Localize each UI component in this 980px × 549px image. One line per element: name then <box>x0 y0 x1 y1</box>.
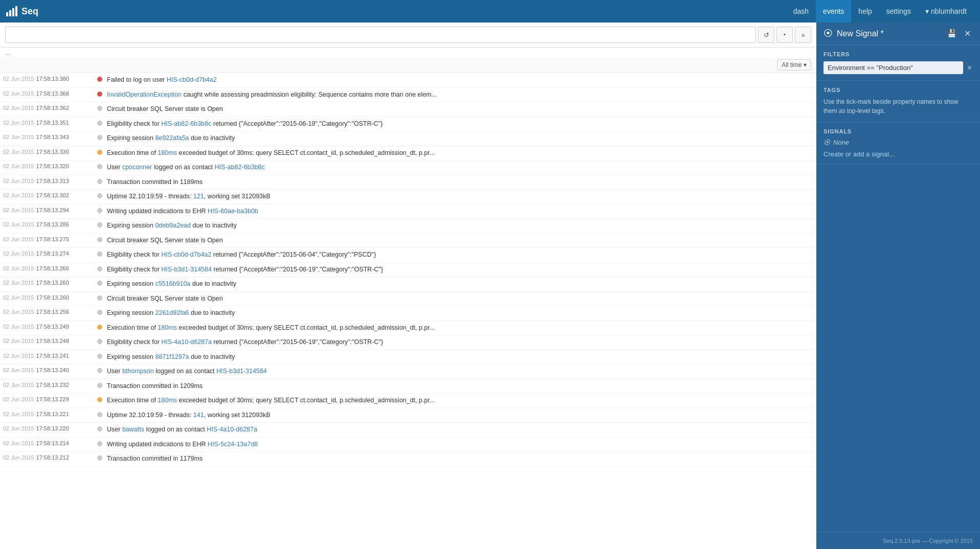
event-row[interactable]: 02 Jun 201517:58:13.313Transaction commi… <box>0 175 816 190</box>
main-layout: ↺ · » ... All time ▾ 02 Jun 201517:58:13… <box>0 22 980 549</box>
event-row[interactable]: 02 Jun 201517:58:13.229Execution time of… <box>0 394 816 408</box>
event-time: 02 Jun 201517:58:13.274 <box>0 249 95 258</box>
event-row[interactable]: 02 Jun 201517:58:13.274Eligibility check… <box>0 248 816 263</box>
event-message: Execution time of 180ms exceeded budget … <box>105 395 816 406</box>
event-row[interactable]: 02 Jun 201517:58:13.240User bthompson lo… <box>0 364 816 379</box>
event-time: 02 Jun 201517:58:13.313 <box>0 177 95 185</box>
event-message: Circuit breaker SQL Server state is Open <box>105 104 816 115</box>
events-panel: ↺ · » ... All time ▾ 02 Jun 201517:58:13… <box>0 22 816 549</box>
filter-input[interactable] <box>823 61 963 74</box>
filter-row: × <box>823 61 973 74</box>
nav-events[interactable]: events <box>816 0 851 22</box>
event-row[interactable]: 02 Jun 201517:58:13.320User cpoconner lo… <box>0 161 816 175</box>
event-message: InvalidOperationException caught while a… <box>105 89 816 101</box>
event-level-indicator <box>95 206 105 213</box>
event-time: 02 Jun 201517:58:13.275 <box>0 235 95 243</box>
event-message: Writing updated indications to EHR HIS-6… <box>105 206 816 217</box>
event-row[interactable]: 02 Jun 201517:58:13.256Expiring session … <box>0 306 816 321</box>
event-row[interactable]: 02 Jun 201517:58:13.368InvalidOperationE… <box>0 88 816 103</box>
event-message: Eligibility check for HIS-ab82-6b3b8c re… <box>105 119 816 130</box>
event-row[interactable]: 02 Jun 201517:58:13.275Circuit breaker S… <box>0 234 816 248</box>
event-time: 02 Jun 201517:58:13.330 <box>0 148 95 156</box>
event-level-indicator <box>95 366 105 373</box>
panel-title: New Signal * <box>837 29 941 38</box>
refresh-button[interactable]: ↺ <box>758 27 774 43</box>
event-row[interactable]: 02 Jun 201517:58:13.266Eligibility check… <box>0 263 816 278</box>
save-signal-button[interactable]: 💾 <box>945 28 959 39</box>
create-signal-link[interactable]: Create or add a signal... <box>823 150 895 158</box>
event-level-indicator <box>95 410 105 417</box>
event-message: Uptime 32.10:19:59 - threads: 141, worki… <box>105 410 816 421</box>
event-row[interactable]: 02 Jun 201517:58:13.220User bawatts logg… <box>0 423 816 438</box>
event-row[interactable]: 02 Jun 201517:58:13.351Eligibility check… <box>0 117 816 132</box>
event-level-indicator <box>95 235 105 242</box>
event-time: 02 Jun 201517:58:13.249 <box>0 323 95 331</box>
nav-dash[interactable]: dash <box>786 0 816 22</box>
search-bar: ↺ · » <box>0 22 816 48</box>
event-row[interactable]: 02 Jun 201517:58:13.212Transaction commi… <box>0 452 816 467</box>
event-row[interactable]: 02 Jun 201517:58:13.330Execution time of… <box>0 146 816 161</box>
event-row[interactable]: 02 Jun 201517:58:13.221Uptime 32.10:19:5… <box>0 408 816 423</box>
event-message: Expiring session 8871f1297a due to inact… <box>105 352 816 363</box>
event-level-indicator <box>95 381 105 388</box>
nav-help[interactable]: help <box>851 0 879 22</box>
search-input[interactable] <box>5 27 756 43</box>
event-row[interactable]: 02 Jun 201517:58:13.248Eligibility check… <box>0 335 816 350</box>
event-level-indicator <box>95 104 105 111</box>
event-time: 02 Jun 201517:58:13.256 <box>0 308 95 316</box>
user-menu[interactable]: ▾ nblumhardt <box>918 7 974 15</box>
event-time: 02 Jun 201517:58:13.232 <box>0 381 95 389</box>
event-message: User bawatts logged on as contact HIS-4a… <box>105 424 816 436</box>
search-dropdown-button[interactable]: · <box>776 27 793 43</box>
event-level-indicator <box>95 249 105 257</box>
event-row[interactable]: 02 Jun 201517:58:13.302Uptime 32.10:19:5… <box>0 190 816 204</box>
event-time: 02 Jun 201517:58:13.221 <box>0 410 95 418</box>
event-level-indicator <box>95 352 105 359</box>
event-level-indicator <box>95 133 105 140</box>
event-message: Expiring session 8e922afa5a due to inact… <box>105 133 816 144</box>
event-level-indicator <box>95 337 105 344</box>
event-row[interactable]: 02 Jun 201517:58:13.249Execution time of… <box>0 321 816 336</box>
event-row[interactable]: 02 Jun 201517:58:13.260Circuit breaker S… <box>0 292 816 307</box>
event-row[interactable]: 02 Jun 201517:58:13.286Expiring session … <box>0 219 816 234</box>
event-time: 02 Jun 201517:58:13.286 <box>0 220 95 228</box>
event-row[interactable]: 02 Jun 201517:58:13.343Expiring session … <box>0 131 816 146</box>
event-level-indicator <box>95 308 105 315</box>
tags-label: TAGS <box>823 87 973 93</box>
event-level-indicator <box>95 148 105 155</box>
event-row[interactable]: 02 Jun 201517:58:13.362Circuit breaker S… <box>0 102 816 117</box>
event-row[interactable]: 02 Jun 201517:58:13.232Transaction commi… <box>0 379 816 394</box>
tags-section: TAGS Use the tick-mark beside property n… <box>816 81 980 122</box>
event-row[interactable]: 02 Jun 201517:58:13.380Failed to log on … <box>0 73 816 88</box>
event-message: Transaction committed in 1179ms <box>105 453 816 465</box>
panel-footer: Seq 2.0.13-pre — Copyright © 2015 <box>816 532 980 549</box>
event-time: 02 Jun 201517:58:13.241 <box>0 352 95 360</box>
topnav: Seq dash events help settings ▾ nblumhar… <box>0 0 980 22</box>
event-level-indicator <box>95 453 105 461</box>
signal-icon: ⦿ <box>823 28 833 39</box>
close-panel-button[interactable]: ✕ <box>962 28 973 39</box>
event-time: 02 Jun 201517:58:13.266 <box>0 264 95 272</box>
search-execute-button[interactable]: » <box>795 27 811 43</box>
panel-actions: 💾 ✕ <box>945 28 973 39</box>
filter-remove-button[interactable]: × <box>966 62 973 74</box>
events-list: 02 Jun 201517:58:13.380Failed to log on … <box>0 73 816 549</box>
panel-header: ⦿ New Signal * 💾 ✕ <box>816 22 980 45</box>
event-time: 02 Jun 201517:58:13.260 <box>0 279 95 287</box>
event-time: 02 Jun 201517:58:13.240 <box>0 366 95 374</box>
event-level-indicator <box>95 323 105 330</box>
app-logo: Seq <box>6 6 38 17</box>
event-message: Eligibility check for HIS-cb0d-d7b4a2 re… <box>105 249 816 261</box>
event-row[interactable]: 02 Jun 201517:58:13.241Expiring session … <box>0 350 816 365</box>
filters-label: FILTERS <box>823 51 973 57</box>
event-message: Circuit breaker SQL Server state is Open <box>105 235 816 246</box>
event-message: Transaction committed in 1189ms <box>105 177 816 188</box>
event-time: 02 Jun 201517:58:13.362 <box>0 104 95 112</box>
event-row[interactable]: 02 Jun 201517:58:13.260Expiring session … <box>0 277 816 292</box>
app-logo-text: Seq <box>21 6 38 17</box>
event-row[interactable]: 02 Jun 201517:58:13.294Writing updated i… <box>0 204 816 219</box>
event-row[interactable]: 02 Jun 201517:58:13.214Writing updated i… <box>0 438 816 452</box>
nav-settings[interactable]: settings <box>879 0 918 22</box>
time-filter-dropdown[interactable]: All time ▾ <box>777 59 811 71</box>
event-time: 02 Jun 201517:58:13.212 <box>0 453 95 462</box>
